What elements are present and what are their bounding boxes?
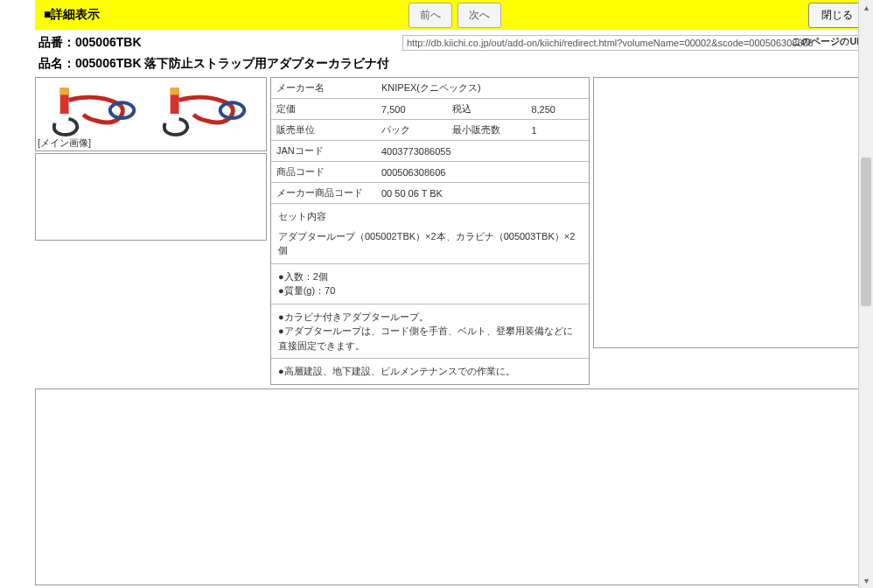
- prodcode-value: 000506308606: [376, 162, 589, 183]
- header-title: ■詳細表示: [44, 7, 100, 23]
- maker-label: メーカー名: [271, 78, 376, 99]
- minqty-value: 1: [526, 120, 589, 141]
- prev-button[interactable]: 前へ: [409, 3, 452, 28]
- main-image-box: [メイン画像]: [35, 77, 267, 151]
- secondary-image-box: [35, 153, 267, 241]
- price-label: 定価: [271, 99, 376, 120]
- table-row: 商品コード 000506308606: [271, 162, 589, 183]
- nav-buttons: 前へ 次へ: [409, 3, 501, 28]
- makercode-value: 00 50 06 T BK: [376, 183, 589, 204]
- bullets-2: ●カラビナ付きアダプターループ。 ●アダプターループは、コード側を手首、ベルト、…: [271, 304, 589, 360]
- bullets-3: ●高層建設、地下建設、ビルメンテナンスでの作業に。: [271, 359, 589, 384]
- window-scroll-up-icon[interactable]: ▴: [859, 0, 873, 15]
- table-row: メーカー商品コード 00 50 06 T BK: [271, 183, 589, 204]
- unit-value: パック: [376, 120, 447, 141]
- product-image-2: [155, 84, 258, 145]
- table-row: 定価 7,500 税込 8,250: [271, 99, 589, 120]
- product-code-label: 品番：005006TBK: [38, 35, 142, 51]
- makercode-label: メーカー商品コード: [271, 183, 376, 204]
- jan-value: 4003773086055: [376, 141, 589, 162]
- prodcode-label: 商品コード: [271, 162, 376, 183]
- jan-label: JANコード: [271, 141, 376, 162]
- set-content-title: セット内容: [278, 209, 582, 224]
- window-scroll-thumb[interactable]: [861, 158, 871, 306]
- spec-panel: メーカー名 KNIPEX(クニペックス) 定価 7,500 税込 8,250 販…: [270, 77, 590, 385]
- table-row: 販売単位 パック 最小販売数 1: [271, 120, 589, 141]
- set-content-body: アダプターループ（005002TBK）×2本、カラビナ（005003TBK）×2…: [278, 229, 582, 258]
- minqty-label: 最小販売数: [447, 120, 526, 141]
- spec-table: メーカー名 KNIPEX(クニペックス) 定価 7,500 税込 8,250 販…: [271, 78, 589, 204]
- side-panel: ▲ ▼: [593, 77, 873, 348]
- product-image-1: [45, 84, 148, 145]
- window-scrollbar[interactable]: ▴ ▾: [858, 0, 873, 588]
- table-row: メーカー名 KNIPEX(クニペックス): [271, 78, 589, 99]
- window-scroll-down-icon[interactable]: ▾: [859, 573, 873, 588]
- bullets-1: ●入数：2個 ●質量(g)：70: [271, 264, 589, 304]
- table-row: JANコード 4003773086055: [271, 141, 589, 162]
- product-code-row: 品番：005006TBK: [35, 35, 873, 51]
- maker-value: KNIPEX(クニペックス): [376, 78, 589, 99]
- tax-label: 税込: [447, 99, 526, 120]
- svg-rect-4: [170, 88, 178, 94]
- price-value: 7,500: [376, 99, 447, 120]
- next-button[interactable]: 次へ: [457, 3, 501, 28]
- svg-rect-1: [59, 88, 68, 94]
- image-caption: [メイン画像]: [38, 136, 91, 150]
- set-content-section: セット内容 アダプターループ（005002TBK）×2本、カラビナ（005003…: [271, 204, 589, 264]
- product-name-label: 品名：005006TBK 落下防止ストラップ用アダプターカラビナ付: [38, 56, 389, 70]
- tax-value: 8,250: [526, 99, 589, 120]
- product-name-row: 品名：005006TBK 落下防止ストラップ用アダプターカラビナ付: [35, 56, 873, 72]
- lower-panel: [35, 388, 873, 585]
- unit-label: 販売単位: [271, 120, 376, 141]
- header-bar: ■詳細表示 前へ 次へ 閉じる: [35, 0, 873, 30]
